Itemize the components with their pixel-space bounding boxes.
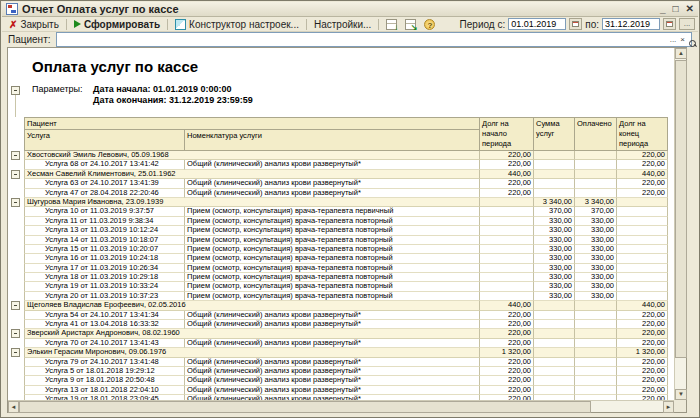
- service-nomenclature: Прием (осмотр, консультация) врача-терап…: [185, 207, 480, 216]
- cell-debt-end: [617, 207, 668, 216]
- cell-debt-end: [617, 282, 668, 291]
- close-button[interactable]: ✗ Закрыть: [5, 18, 63, 31]
- service-name: Услуга 10 от 11.03.2019 9:37:57: [24, 207, 185, 216]
- cell-paid: [575, 151, 617, 160]
- service-row: Услуга 15 от 11.03.2019 10:20:07Прием (о…: [8, 245, 669, 254]
- service-nomenclature: Общий (клинический) анализ крови разверн…: [185, 358, 480, 367]
- row-gutter: [8, 160, 24, 169]
- cell-paid: 330,00: [575, 254, 617, 263]
- service-nomenclature: Общий (клинический) анализ крови разверн…: [185, 367, 480, 376]
- load-settings-button[interactable]: [382, 18, 401, 31]
- cell-debt-start: [480, 273, 534, 282]
- collapse-group-icon[interactable]: [11, 348, 20, 357]
- service-name: Услуга 9 от 18.01.2018 20:50:48: [24, 376, 185, 385]
- collapse-group-icon[interactable]: [11, 151, 20, 160]
- cell-debt-end: [617, 236, 668, 245]
- cell-sum: 3 340,00: [534, 198, 575, 207]
- cell-paid: 330,00: [575, 236, 617, 245]
- service-row: Услуга 17 от 11.03.2019 10:26:34Прием (о…: [8, 264, 669, 273]
- row-gutter: [8, 376, 24, 385]
- service-row: Услуга 19 от 18.01.2018 23:09:45Общий (к…: [8, 395, 669, 400]
- collapse-group-icon[interactable]: [11, 170, 20, 179]
- filter-row: Пациент: ... ×: [2, 32, 698, 47]
- minimize-icon[interactable]: _: [660, 4, 666, 14]
- cell-debt-start: 220,00: [480, 151, 534, 160]
- period-from-input[interactable]: [508, 18, 566, 30]
- generate-button[interactable]: Сформировать: [70, 18, 164, 31]
- horizontal-scrollbar[interactable]: ◄ ►: [8, 400, 674, 412]
- cell-paid: [575, 189, 617, 198]
- cell-sum: [534, 376, 575, 385]
- row-gutter: [8, 170, 24, 179]
- ellipsis-button[interactable]: ...: [668, 34, 679, 45]
- cell-debt-start: 220,00: [480, 189, 534, 198]
- row-gutter: [8, 245, 24, 254]
- calendar-icon[interactable]: [663, 18, 676, 30]
- save-settings-button[interactable]: [401, 18, 420, 31]
- maximize-icon[interactable]: □: [673, 4, 679, 14]
- patient-group-row: Хесман Савелий Климентович, 25.01.196244…: [8, 170, 669, 179]
- row-gutter: [8, 395, 24, 400]
- cell-debt-start: 220,00: [480, 358, 534, 367]
- service-row: Услуга 20 от 11.03.2019 10:37:23Прием (о…: [8, 292, 669, 301]
- collapse-report-icon[interactable]: [11, 86, 20, 95]
- period-more-button[interactable]: ...: [679, 18, 695, 30]
- cell-paid: 330,00: [575, 226, 617, 235]
- scroll-left-icon[interactable]: ◄: [8, 401, 19, 413]
- settings-button[interactable]: Настройки...: [310, 18, 375, 31]
- cell-paid: [575, 395, 617, 400]
- scroll-up-icon[interactable]: ▲: [675, 48, 687, 59]
- cell-sum: [534, 395, 575, 400]
- generate-button-label: Сформировать: [84, 19, 160, 30]
- row-gutter: [8, 179, 24, 188]
- cell-debt-end: [617, 245, 668, 254]
- scroll-down-icon[interactable]: ▼: [675, 389, 687, 400]
- toolbar: ✗ Закрыть Сформировать Конструктор настр…: [2, 17, 698, 32]
- cell-debt-start: [480, 226, 534, 235]
- clear-icon[interactable]: ×: [678, 34, 687, 45]
- help-button[interactable]: ?: [420, 18, 439, 31]
- report-icon: [6, 3, 18, 15]
- cell-sum: [534, 170, 575, 179]
- cell-debt-start: [480, 254, 534, 263]
- cell-debt-end: 220,00: [617, 189, 668, 198]
- constructor-icon: [175, 19, 186, 30]
- table-header: Пациент Услуга Номенклатура услуги Долг …: [8, 117, 669, 151]
- service-nomenclature: Общий (клинический) анализ крови разверн…: [185, 189, 480, 198]
- cell-paid: 330,00: [575, 292, 617, 301]
- service-row: Услуга 16 от 11.03.2019 10:24:18Прием (о…: [8, 254, 669, 263]
- collapse-group-icon[interactable]: [11, 301, 20, 310]
- cell-debt-start: 440,00: [480, 301, 534, 310]
- calendar-icon[interactable]: [569, 18, 582, 30]
- vertical-scrollbar[interactable]: ▲ ▼: [674, 48, 686, 400]
- scroll-right-icon[interactable]: ►: [663, 401, 674, 413]
- cell-sum: [534, 367, 575, 376]
- service-nomenclature: Прием (осмотр, консультация) врача-терап…: [185, 245, 480, 254]
- row-gutter: [8, 329, 24, 338]
- cell-debt-start: 220,00: [480, 386, 534, 395]
- service-nomenclature: Прием (осмотр, консультация) врача-терап…: [185, 254, 480, 263]
- service-row: Услуга 70 от 24.10.2017 13:41:43Общий (к…: [8, 339, 669, 348]
- cell-debt-end: 220,00: [617, 329, 668, 338]
- cell-paid: 370,00: [575, 207, 617, 216]
- horizontal-scroll-thumb[interactable]: [19, 401, 591, 413]
- collapse-group-icon[interactable]: [11, 198, 20, 207]
- column-header-patient: Пациент: [24, 117, 480, 130]
- settings-constructor-button[interactable]: Конструктор настроек...: [171, 18, 303, 31]
- cell-debt-end: 440,00: [617, 301, 668, 310]
- help-icon: ?: [424, 19, 435, 30]
- collapse-group-icon[interactable]: [11, 329, 20, 338]
- patient-input[interactable]: [57, 34, 668, 45]
- cell-debt-end: [617, 273, 668, 282]
- cell-debt-start: 220,00: [480, 160, 534, 169]
- vertical-scroll-thumb[interactable]: [675, 60, 687, 358]
- row-gutter: [8, 348, 24, 357]
- play-icon: [74, 20, 81, 28]
- period-to-input[interactable]: [602, 18, 660, 30]
- cell-debt-end: [617, 264, 668, 273]
- period-to-label: по:: [585, 19, 599, 30]
- parameter-date-start: Дата начала: 01.01.2019 0:00:00: [93, 84, 253, 95]
- table-arrow-export-icon: [405, 19, 416, 30]
- cell-sum: 330,00: [534, 282, 575, 291]
- close-window-icon[interactable]: ✕: [686, 4, 694, 14]
